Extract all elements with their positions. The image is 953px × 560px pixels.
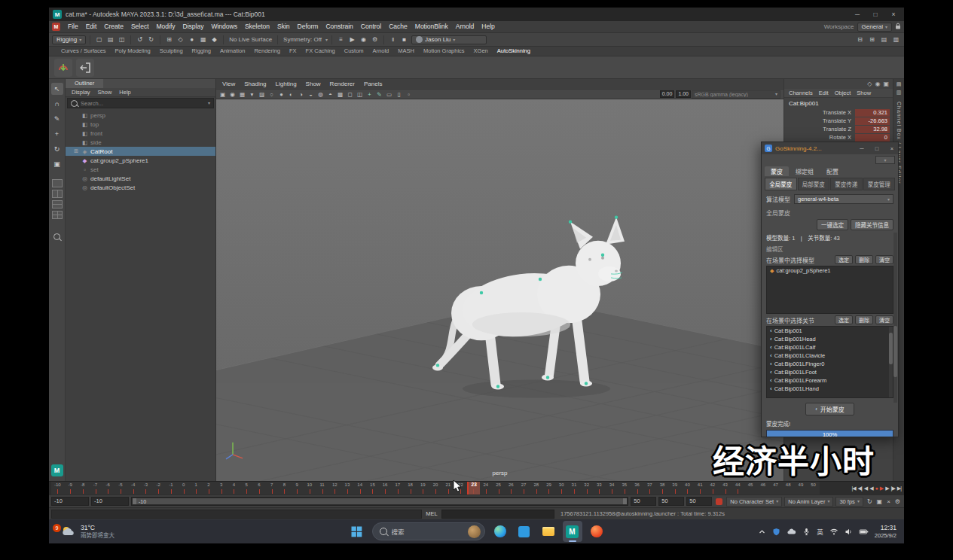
outliner-item-defaultobjectset[interactable]: ◎defaultObjectSet [66,183,215,192]
viewport-menu-shading[interactable]: Shading [240,79,270,89]
weather-widget[interactable]: 9 31°C 雨势即将变大 [57,524,115,539]
tray-chevron-icon[interactable] [758,528,766,536]
multisample-icon[interactable]: ▩ [335,91,345,98]
menu-motionblink[interactable]: MotionBlink [411,21,452,32]
select-camera-icon[interactable]: ▣ [218,91,228,98]
maximize-button[interactable]: □ [866,8,884,21]
alt-end-field[interactable]: 50 [686,497,712,506]
command-language-toggle[interactable]: MEL [422,510,441,517]
menu-edit[interactable]: Edit [82,21,101,32]
play-forwards-button[interactable]: ▶ [879,485,884,492]
frame-tick[interactable]: 6 [258,482,260,487]
frame-tick[interactable]: -2 [156,482,160,487]
rotate-tool[interactable]: ↻ [51,143,63,155]
goskinning-options-select[interactable]: ▾ [875,156,895,164]
resolution-gate-icon[interactable]: ▭ [384,91,394,98]
volume-icon[interactable] [845,528,853,536]
frame-tick[interactable]: 3 [220,482,222,487]
frame-tick[interactable]: 27 [521,482,527,487]
motion-blur-icon[interactable]: ◓ [325,91,335,98]
close-button[interactable]: × [884,8,903,21]
goskinning-subtab[interactable]: 蒙皮管理 [863,178,896,190]
shelf-tab-fx-caching[interactable]: FX Caching [301,47,340,56]
single-pane-layout[interactable] [52,179,63,187]
scale-tool[interactable]: ▣ [51,158,63,170]
frame-tick[interactable]: 0 [182,482,185,487]
shelf-tab-rendering[interactable]: Rendering [249,47,285,56]
shelf-tab-motion-graphics[interactable]: Motion Graphics [419,47,469,56]
channel-value[interactable]: 0.321 [855,109,890,117]
character-set-select[interactable]: No Character Set▾ [726,497,782,507]
goskinning-subtab[interactable]: 蒙皮传递 [830,178,863,190]
menu-file[interactable]: File [64,21,82,32]
lock-icon[interactable] [895,23,901,31]
autoskin-shelf-icon[interactable] [54,59,72,77]
frame-tick[interactable]: -9 [68,482,72,487]
camera-attributes-icon[interactable]: ▦ [237,91,247,98]
menu-constrain[interactable]: Constrain [322,21,356,32]
menu-display[interactable]: Display [179,21,208,32]
layer-editor-tab-icon[interactable]: ▥ [896,90,902,96]
xray-joints-icon[interactable]: + [365,91,374,98]
joint-list[interactable]: ‹Cat:Bip001‹Cat:Bip001Head‹Cat:Bip001LCa… [766,326,893,398]
frame-tick[interactable]: 7 [270,482,273,487]
shelf-tab-poly-modeling[interactable]: Poly Modeling [111,47,155,56]
channelbox-menu-channels[interactable]: Channels [787,89,815,97]
frame-tick[interactable]: 37 [647,482,652,487]
menu-cache[interactable]: Cache [385,21,411,32]
frame-tick[interactable]: 5 [246,482,248,487]
menu-control[interactable]: Control [357,21,385,32]
view-transform-select[interactable]: sRGB gamma (legacy)▾ [692,90,780,99]
frame-tick[interactable]: -3 [144,482,148,487]
modeling-toolkit-icon[interactable]: ⊟ [855,35,865,44]
menu-arnold[interactable]: Arnold [452,21,478,32]
command-input[interactable] [441,510,554,519]
frame-tick[interactable]: 11 [319,482,324,487]
snap-curve-icon[interactable]: ◇ [176,35,185,44]
frame-tick[interactable]: 31 [572,482,577,487]
goskinning-tab-[interactable]: 蒙皮 [765,166,789,176]
viewport-menu-show[interactable]: Show [301,79,325,89]
hide-joint-info-button[interactable]: 隐藏关节信息 [851,219,893,230]
minimize-button[interactable]: ─ [848,8,866,21]
attribute-editor-icon[interactable]: ▥ [891,35,901,44]
title-bar[interactable]: M cat.ma* - Autodesk MAYA 2023.3.1: D:\3… [49,8,904,21]
goskinning-minimize-button[interactable]: ─ [856,145,868,152]
defender-shield-icon[interactable] [772,528,780,536]
frame-tick[interactable]: 46 [760,482,765,487]
microphone-icon[interactable] [802,528,811,536]
fps-select[interactable]: 30 fps▾ [835,497,863,507]
channelbox-menu-show[interactable]: Show [854,89,873,97]
render-settings-icon[interactable]: ⚙ [370,35,380,44]
step-forward-key-button[interactable]: |▶ [890,485,896,492]
frame-tick[interactable]: 36 [634,482,640,487]
current-frame-indicator[interactable]: 23 [467,482,480,495]
model-delete-button[interactable]: 删除 [855,255,873,264]
outliner-menu-show[interactable]: Show [95,88,115,96]
wifi-icon[interactable] [829,528,838,536]
go-to-end-button[interactable]: ▶| [896,485,902,492]
joint-clear-button[interactable]: 清空 [875,315,893,324]
snap-plane-icon[interactable]: ▦ [198,35,208,44]
goskinning-subtab[interactable]: 局部蒙皮 [798,178,830,190]
frame-tick[interactable]: 17 [395,482,400,487]
shelf-tab-sculpting[interactable]: Sculpting [155,47,188,56]
uv-editor-icon[interactable]: ⊞ [867,35,877,44]
auto-key-toggle[interactable] [716,498,722,505]
model-list-item[interactable]: ◆cat:group2_pSphere1 [767,266,893,275]
edge-browser-icon[interactable] [490,521,510,542]
lock-camera-icon[interactable]: ◉ [228,91,237,98]
channel-key-icon[interactable]: ◉ [875,81,880,89]
playback-start-field[interactable]: -10 [91,497,129,506]
frame-tick[interactable]: -4 [131,482,135,487]
selected-node-name[interactable]: Cat:Bip001 [784,98,893,108]
frame-tick[interactable]: 15 [370,482,375,487]
outliner-menu-display[interactable]: Display [69,88,93,96]
frame-tick[interactable]: 40 [685,482,690,487]
menu-set-select[interactable]: Rigging ▾ [52,35,86,44]
frame-tick[interactable]: 26 [509,482,514,487]
frame-tick[interactable]: 30 [559,482,564,487]
one-click-select-button[interactable]: 一键选定 [817,219,848,230]
goskinning-close-button[interactable]: × [886,145,898,152]
outliner-tab[interactable]: Outliner [66,79,103,88]
